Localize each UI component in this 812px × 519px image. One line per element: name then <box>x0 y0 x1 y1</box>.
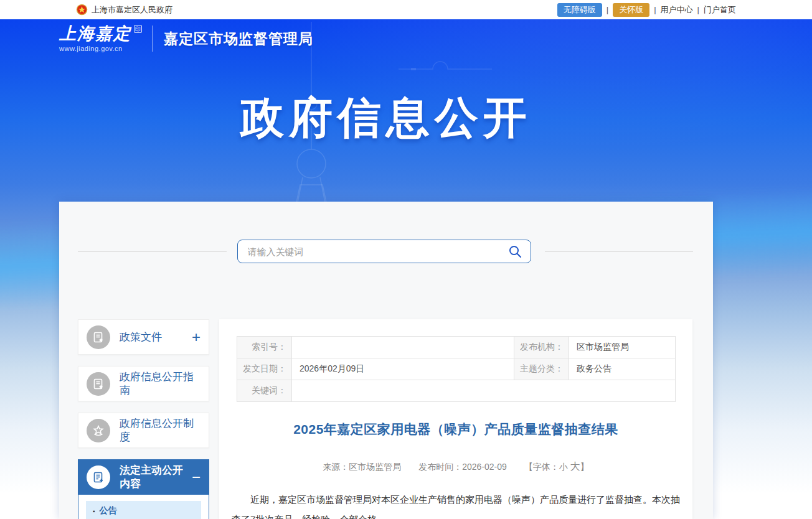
font-small-button[interactable]: 小 <box>559 462 568 472</box>
divider-line <box>78 251 227 252</box>
font-label-suffix: 】 <box>580 462 589 472</box>
keywords-value <box>292 380 676 402</box>
index-number-value <box>292 337 514 358</box>
table-row: 关键词： <box>237 380 676 402</box>
national-emblem-icon <box>76 4 88 16</box>
font-large-button[interactable]: 大 <box>570 461 580 472</box>
jiading-logo[interactable]: 上海嘉定 印 www.jiading.gov.cn <box>59 25 142 52</box>
topic-category-label: 主题分类： <box>514 358 569 380</box>
divider-line <box>545 251 694 252</box>
page-title: 政府信息公开 <box>59 89 713 147</box>
document-star-icon <box>87 372 110 396</box>
article-meta-table: 索引号： 发布机构： 区市场监管局 发文日期： 2026年02月09日 主题分类… <box>237 336 676 402</box>
page-header: 上海嘉定 印 www.jiading.gov.cn 嘉定区市场监督管理局 <box>59 25 313 52</box>
article-source: 来源：区市场监管局 <box>323 462 401 472</box>
issuing-agency-label: 发布机构： <box>514 337 569 358</box>
table-row: 索引号： 发布机构： 区市场监管局 <box>237 337 676 358</box>
sidebar-item-statutory-disclosure[interactable]: 法定主动公开内容 − <box>78 459 209 495</box>
article-meta-line: 来源：区市场监管局 发布时间：2026-02-09 【字体：小 大】 <box>219 461 692 474</box>
topic-category-value: 政务公告 <box>569 358 676 380</box>
content-card: 政策文件 + 政府信息公开指南 政府信息公开制度 <box>59 202 713 519</box>
bullet-icon: ▪ <box>93 508 95 515</box>
separator: | <box>697 5 699 14</box>
search-box <box>237 240 531 263</box>
collapse-minus-icon[interactable]: − <box>192 469 201 486</box>
header-divider <box>152 26 153 52</box>
bureau-name: 嘉定区市场监督管理局 <box>164 29 313 49</box>
gov-site-link[interactable]: 上海市嘉定区人民政府 <box>76 4 172 16</box>
search-input[interactable] <box>248 246 507 257</box>
sidebar-item-label: 法定主动公开内容 <box>120 464 191 490</box>
topbar: 上海市嘉定区人民政府 无障碍版 | 关怀版 | 用户中心 | 门户首页 <box>0 0 812 19</box>
font-label-prefix: 【字体： <box>524 462 559 472</box>
search-button[interactable] <box>507 243 523 260</box>
submenu-item-announcements[interactable]: ▪ 公告 <box>86 501 201 519</box>
document-plus-icon <box>87 465 110 489</box>
sidebar-item-policy-documents[interactable]: 政策文件 + <box>78 319 209 355</box>
sidebar-item-label: 政策文件 <box>120 330 191 344</box>
portal-home-link[interactable]: 门户首页 <box>704 4 736 16</box>
issuing-agency-value: 区市场监管局 <box>569 337 676 358</box>
keywords-label: 关键词： <box>237 380 292 402</box>
expand-plus-icon[interactable]: + <box>192 329 201 346</box>
user-center-link[interactable]: 用户中心 <box>661 4 693 16</box>
logo-seal-icon: 印 <box>134 25 142 33</box>
sidebar-item-disclosure-system[interactable]: 政府信息公开制度 <box>78 413 209 448</box>
separator: | <box>654 5 656 14</box>
sidebar-item-disclosure-guide[interactable]: 政府信息公开指南 <box>78 366 209 401</box>
sidebar-item-label: 政府信息公开制度 <box>120 417 201 444</box>
issue-date-value: 2026年02月09日 <box>292 358 514 380</box>
separator: | <box>607 5 608 14</box>
article-publish-time: 发布时间：2026-02-09 <box>418 462 507 472</box>
sidebar-item-label: 政府信息公开指南 <box>120 370 201 397</box>
search-row <box>59 240 713 263</box>
search-icon <box>507 244 522 259</box>
issue-date-label: 发文日期： <box>237 358 292 380</box>
table-row: 发文日期： 2026年02月09日 主题分类： 政务公告 <box>237 358 676 380</box>
submenu-item-label: 公告 <box>100 505 117 517</box>
star-seal-icon <box>87 419 110 442</box>
sidebar: 政策文件 + 政府信息公开指南 政府信息公开制度 <box>78 319 209 519</box>
site-name[interactable]: 上海市嘉定区人民政府 <box>92 4 172 16</box>
care-version-button[interactable]: 关怀版 <box>613 3 649 17</box>
accessible-version-button[interactable]: 无障碍版 <box>557 3 602 17</box>
document-star-icon <box>87 325 110 349</box>
index-number-label: 索引号： <box>237 337 292 358</box>
article-title: 2025年嘉定区家用电器（噪声）产品质量监督抽查结果 <box>219 421 692 438</box>
article-panel: 索引号： 发布机构： 区市场监管局 发文日期： 2026年02月09日 主题分类… <box>219 319 692 519</box>
article-paragraph: 近期，嘉定区市场监督管理局对本区企业生产销售的家用电器（噪声）产品质量进行了监督… <box>232 490 680 519</box>
logo-url: www.jiading.gov.cn <box>59 45 142 52</box>
circuit-decoration <box>399 57 498 75</box>
sidebar-submenu: ▪ 公告 <box>78 495 209 519</box>
logo-calligraphy: 上海嘉定 <box>59 25 131 42</box>
font-size-control: 【字体：小 大】 <box>524 462 589 472</box>
